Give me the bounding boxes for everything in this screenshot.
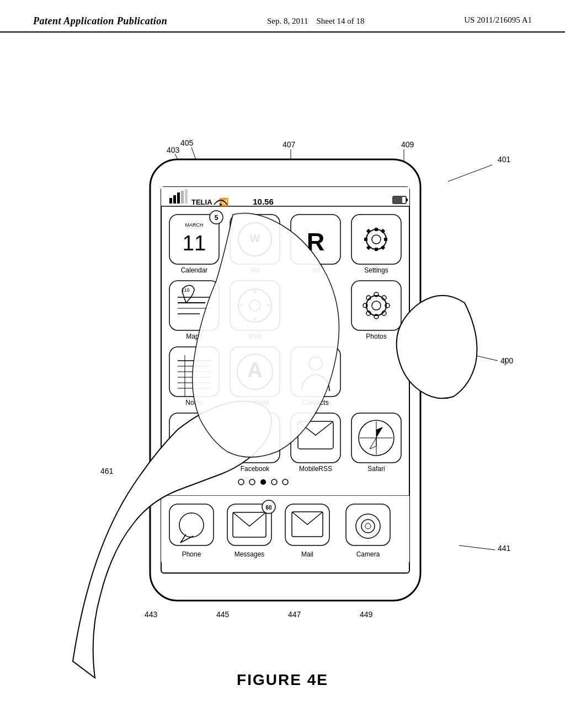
calendar-date: 11 xyxy=(183,232,206,255)
ref-400: 400 xyxy=(500,356,514,365)
ref-405: 405 xyxy=(180,138,194,147)
ref-443: 443 xyxy=(145,610,158,619)
svg-rect-13 xyxy=(173,195,176,204)
mail-label: Mail xyxy=(301,550,313,558)
ref-401: 401 xyxy=(498,155,511,164)
facebook-label: Facebook xyxy=(241,465,270,473)
svg-rect-31 xyxy=(375,228,378,231)
svg-rect-33 xyxy=(364,238,367,241)
svg-rect-15 xyxy=(181,191,184,204)
patent-number: US 2011/216095 A1 xyxy=(464,15,532,25)
svg-rect-14 xyxy=(177,192,180,204)
page-dot-3 xyxy=(260,479,266,485)
calendar-label: Calendar xyxy=(181,266,208,274)
main-content: 401 400 } 441 403 405 407 409 463 xyxy=(0,33,565,716)
safari-label: Safari xyxy=(367,465,385,473)
ref-403: 403 xyxy=(167,146,180,154)
photos-label: Photos xyxy=(366,333,386,340)
svg-rect-93 xyxy=(169,504,214,545)
svg-rect-28 xyxy=(351,215,401,264)
svg-point-17 xyxy=(220,204,222,206)
svg-rect-16 xyxy=(185,189,188,204)
publication-date: Sep. 8, 2011 xyxy=(267,17,308,25)
svg-text:110: 110 xyxy=(181,287,189,293)
svg-rect-20 xyxy=(393,197,402,203)
messages-label: Messages xyxy=(234,550,265,558)
ref-449: 449 xyxy=(360,610,373,619)
camera-label: Camera xyxy=(356,550,380,558)
page-header: Patent Application Publication Sep. 8, 2… xyxy=(0,0,565,33)
svg-rect-12 xyxy=(169,198,172,204)
mobilerss-label: MobileRSS xyxy=(299,465,332,473)
svg-rect-52 xyxy=(351,281,401,330)
svg-rect-32 xyxy=(375,248,378,251)
svg-rect-34 xyxy=(384,238,387,241)
ref-409: 409 xyxy=(401,140,414,149)
ref-461: 461 xyxy=(100,467,114,475)
calendar-month: MARCH xyxy=(185,222,204,228)
svg-line-3 xyxy=(459,545,495,550)
ref-445: 445 xyxy=(216,610,230,619)
carrier-text: TELIA xyxy=(191,198,212,206)
patent-drawing: 401 400 } 441 403 405 407 409 463 xyxy=(45,55,520,694)
svg-rect-100 xyxy=(346,504,390,545)
publication-date-sheet: Sep. 8, 2011 Sheet 14 of 18 xyxy=(267,15,365,27)
ref-447: 447 xyxy=(288,610,301,619)
mail-badge: 60 xyxy=(265,505,272,511)
sheet-info: Sheet 14 of 18 xyxy=(316,17,364,25)
svg-text:}: } xyxy=(504,357,507,365)
settings-label: Settings xyxy=(364,266,388,274)
figure-label: FIGURE 4E xyxy=(237,671,328,689)
svg-rect-19 xyxy=(406,199,408,201)
time-display: 10.56 xyxy=(253,197,274,206)
ref-407: 407 xyxy=(282,140,296,149)
svg-line-0 xyxy=(448,165,492,181)
ref-441: 441 xyxy=(498,544,511,553)
publication-title: Patent Application Publication xyxy=(33,15,167,27)
calendar-badge: 5 xyxy=(215,214,218,222)
drawing-container: 401 400 } 441 403 405 407 409 463 xyxy=(45,55,520,694)
phone-label: Phone xyxy=(182,550,201,558)
